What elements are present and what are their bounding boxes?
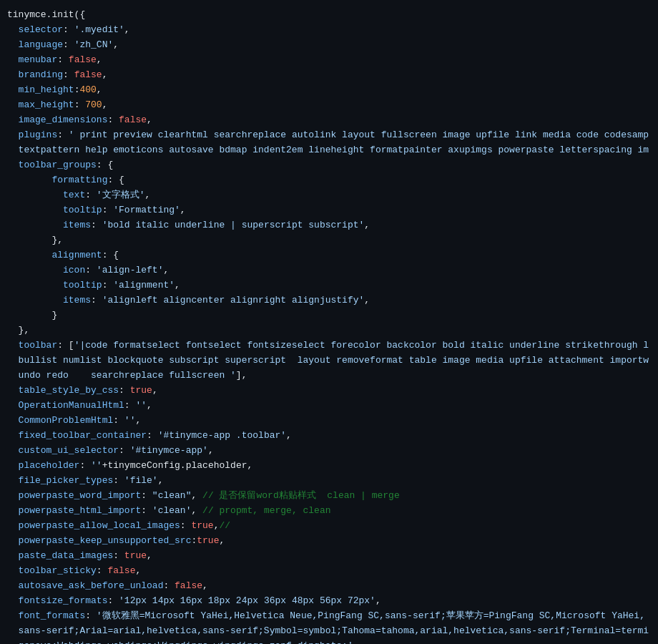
code-line-11: toolbar_groups: { — [0, 157, 658, 172]
code-line-36: powerpaste_keep_unsupported_src:true, — [0, 533, 658, 548]
code-line-2: selector: '.myedit', — [0, 22, 658, 37]
code-line-39: autosave_ask_before_unload: false, — [0, 578, 658, 593]
code-line-17: alignment: { — [0, 248, 658, 263]
code-line-27: OperationManualHtml: '', — [0, 398, 658, 413]
code-line-9: plugins: ' print preview clearhtml searc… — [0, 127, 658, 142]
code-line-32: file_picker_types: 'file', — [0, 473, 658, 488]
code-editor: tinymce.init({ selector: '.myedit', lang… — [0, 0, 658, 644]
code-line-19: tooltip: 'alignment', — [0, 278, 658, 293]
code-line-12: formatting: { — [0, 172, 658, 187]
code-line-7: max_height: 700, — [0, 97, 658, 112]
code-line-13: text: '文字格式', — [0, 187, 658, 203]
code-line-34: powerpaste_html_import: 'clean', // prop… — [0, 503, 658, 518]
code-line-6: min_height:400, — [0, 82, 658, 97]
code-line-40: fontsize_formats: '12px 14px 16px 18px 2… — [0, 593, 658, 608]
code-line-22: }, — [0, 323, 658, 338]
code-line-21: } — [0, 308, 658, 323]
code-line-1: tinymce.init({ — [0, 7, 658, 22]
code-line-15: items: 'bold italic underline | superscr… — [0, 218, 658, 233]
code-line-38: toolbar_sticky: false, — [0, 563, 658, 578]
code-line-43: geneva;Webdings=webdings;Wingdings=wingd… — [0, 638, 658, 644]
code-line-30: custom_ui_selector: '#tinymce-app', — [0, 443, 658, 458]
code-line-3: language: 'zh_CN', — [0, 37, 658, 52]
code-line-16: }, — [0, 233, 658, 248]
code-line-26: table_style_by_css: true, — [0, 383, 658, 398]
code-line-18: icon: 'align-left', — [0, 263, 658, 278]
code-line-10: textpattern help emoticons autosave bdma… — [0, 142, 658, 157]
code-line-8: image_dimensions: false, — [0, 112, 658, 127]
code-line-23: toolbar: ['|code formatselect fontselect… — [0, 338, 658, 353]
code-line-5: branding: false, — [0, 67, 658, 82]
code-line-28: CommonProblemHtml: '', — [0, 413, 658, 428]
code-line-42: sans-serif;Arial=arial,helvetica,sans-se… — [0, 623, 658, 638]
code-line-37: paste_data_images: true, — [0, 548, 658, 563]
code-line-29: fixed_toolbar_container: '#tinymce-app .… — [0, 428, 658, 443]
code-line-20: items: 'alignleft aligncenter alignright… — [0, 293, 658, 308]
code-line-33: powerpaste_word_import: "clean", // 是否保留… — [0, 488, 658, 503]
code-line-35: powerpaste_allow_local_images: true,// — [0, 518, 658, 533]
code-line-24: bullist numlist blockquote subscript sup… — [0, 353, 658, 368]
code-line-41: font_formats: '微软雅黑=Microsoft YaHei,Helv… — [0, 608, 658, 623]
code-line-25: undo redo searchreplace fullscreen '], — [0, 368, 658, 383]
code-line-14: tooltip: 'Formatting', — [0, 203, 658, 218]
code-line-4: menubar: false, — [0, 52, 658, 67]
code-line-31: placeholder: ''+tinymceConfig.placeholde… — [0, 458, 658, 473]
